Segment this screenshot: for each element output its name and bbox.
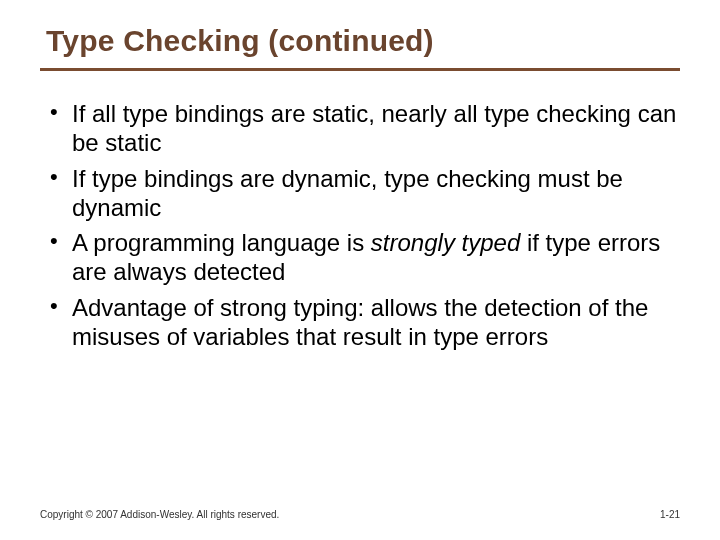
bullet-list: If all type bindings are static, nearly … xyxy=(40,99,680,351)
page-number: 1-21 xyxy=(660,509,680,520)
footer: Copyright © 2007 Addison-Wesley. All rig… xyxy=(40,509,680,520)
bullet-item: If all type bindings are static, nearly … xyxy=(46,99,680,158)
bullet-text-emphasis: strongly typed xyxy=(371,229,520,256)
slide: Type Checking (continued) If all type bi… xyxy=(0,0,720,540)
title-rule xyxy=(40,68,680,71)
bullet-item: A programming language is strongly typed… xyxy=(46,228,680,287)
bullet-item: If type bindings are dynamic, type check… xyxy=(46,164,680,223)
copyright-text: Copyright © 2007 Addison-Wesley. All rig… xyxy=(40,509,279,520)
bullet-item: Advantage of strong typing: allows the d… xyxy=(46,293,680,352)
slide-title: Type Checking (continued) xyxy=(46,24,680,58)
bullet-text-pre: A programming language is xyxy=(72,229,371,256)
